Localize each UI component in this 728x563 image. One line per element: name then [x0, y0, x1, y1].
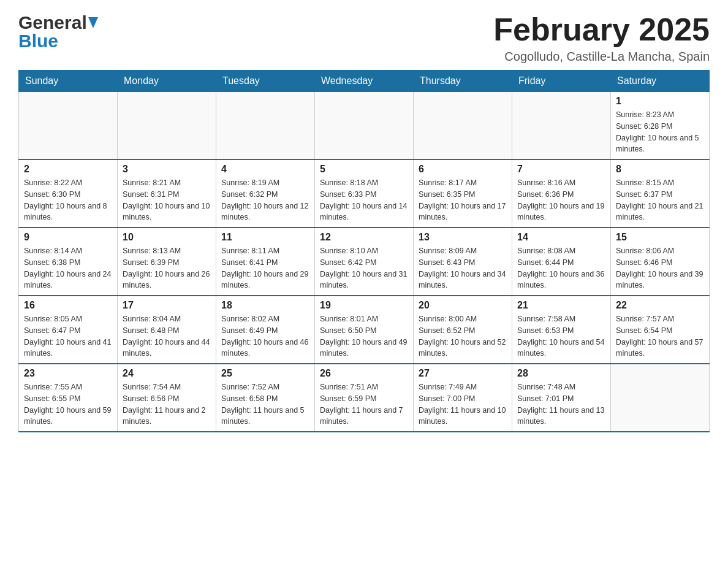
day-info: Sunrise: 8:15 AM Sunset: 6:37 PM Dayligh…: [616, 177, 704, 223]
day-number: 17: [123, 300, 211, 311]
day-number: 12: [320, 232, 408, 243]
day-info: Sunrise: 7:58 AM Sunset: 6:53 PM Dayligh…: [517, 313, 605, 359]
calendar-header: SundayMondayTuesdayWednesdayThursdayFrid…: [19, 71, 710, 92]
day-info: Sunrise: 8:05 AM Sunset: 6:47 PM Dayligh…: [24, 313, 112, 359]
day-number: 13: [419, 232, 507, 243]
day-number: 9: [24, 232, 112, 243]
calendar-cell: 27Sunrise: 7:49 AM Sunset: 7:00 PM Dayli…: [414, 364, 512, 432]
day-number: 23: [24, 368, 112, 379]
calendar-cell: 17Sunrise: 8:04 AM Sunset: 6:48 PM Dayli…: [118, 296, 216, 364]
page-header: General Blue February 2025 Cogolludo, Ca…: [18, 12, 710, 64]
day-number: 6: [419, 164, 507, 175]
header-row: SundayMondayTuesdayWednesdayThursdayFrid…: [19, 71, 710, 92]
day-info: Sunrise: 8:10 AM Sunset: 6:42 PM Dayligh…: [320, 245, 408, 291]
calendar-cell: 15Sunrise: 8:06 AM Sunset: 6:46 PM Dayli…: [611, 228, 710, 296]
column-header-saturday: Saturday: [611, 71, 710, 92]
day-number: 24: [123, 368, 211, 379]
calendar-cell: 28Sunrise: 7:48 AM Sunset: 7:01 PM Dayli…: [512, 364, 611, 432]
calendar-cell: 10Sunrise: 8:13 AM Sunset: 6:39 PM Dayli…: [118, 228, 216, 296]
calendar-cell: 19Sunrise: 8:01 AM Sunset: 6:50 PM Dayli…: [315, 296, 414, 364]
day-number: 19: [320, 300, 408, 311]
calendar-cell: 16Sunrise: 8:05 AM Sunset: 6:47 PM Dayli…: [19, 296, 118, 364]
column-header-monday: Monday: [118, 71, 216, 92]
calendar-cell: 18Sunrise: 8:02 AM Sunset: 6:49 PM Dayli…: [216, 296, 315, 364]
column-header-wednesday: Wednesday: [315, 71, 414, 92]
location-title: Cogolludo, Castille-La Mancha, Spain: [493, 50, 710, 64]
calendar-cell: [118, 92, 216, 160]
calendar-table: SundayMondayTuesdayWednesdayThursdayFrid…: [18, 70, 710, 432]
day-number: 4: [221, 164, 309, 175]
calendar-cell: 5Sunrise: 8:18 AM Sunset: 6:33 PM Daylig…: [315, 159, 414, 228]
calendar-cell: 26Sunrise: 7:51 AM Sunset: 6:59 PM Dayli…: [315, 364, 414, 432]
day-number: 27: [419, 368, 507, 379]
day-info: Sunrise: 8:08 AM Sunset: 6:44 PM Dayligh…: [517, 245, 605, 291]
calendar-cell: [512, 92, 611, 160]
day-info: Sunrise: 8:00 AM Sunset: 6:52 PM Dayligh…: [419, 313, 507, 359]
day-info: Sunrise: 7:57 AM Sunset: 6:54 PM Dayligh…: [616, 313, 704, 359]
day-info: Sunrise: 8:16 AM Sunset: 6:36 PM Dayligh…: [517, 177, 605, 223]
logo: General Blue: [18, 12, 98, 52]
day-info: Sunrise: 8:04 AM Sunset: 6:48 PM Dayligh…: [123, 313, 211, 359]
day-number: 2: [24, 164, 112, 175]
column-header-tuesday: Tuesday: [216, 71, 315, 92]
calendar-cell: 14Sunrise: 8:08 AM Sunset: 6:44 PM Dayli…: [512, 228, 611, 296]
week-row-2: 2Sunrise: 8:22 AM Sunset: 6:30 PM Daylig…: [19, 159, 710, 228]
day-number: 3: [123, 164, 211, 175]
logo-blue-text: Blue: [18, 31, 58, 52]
day-number: 28: [517, 368, 605, 379]
day-info: Sunrise: 7:48 AM Sunset: 7:01 PM Dayligh…: [517, 381, 605, 427]
day-info: Sunrise: 7:49 AM Sunset: 7:00 PM Dayligh…: [419, 381, 507, 427]
calendar-cell: 6Sunrise: 8:17 AM Sunset: 6:35 PM Daylig…: [414, 159, 512, 228]
calendar-cell: 24Sunrise: 7:54 AM Sunset: 6:56 PM Dayli…: [118, 364, 216, 432]
day-number: 26: [320, 368, 408, 379]
calendar-cell: 13Sunrise: 8:09 AM Sunset: 6:43 PM Dayli…: [414, 228, 512, 296]
calendar-cell: [414, 92, 512, 160]
calendar-cell: [19, 92, 118, 160]
column-header-sunday: Sunday: [19, 71, 118, 92]
logo-triangle-icon: [88, 17, 98, 31]
calendar-cell: 11Sunrise: 8:11 AM Sunset: 6:41 PM Dayli…: [216, 228, 315, 296]
calendar-cell: 12Sunrise: 8:10 AM Sunset: 6:42 PM Dayli…: [315, 228, 414, 296]
day-info: Sunrise: 8:14 AM Sunset: 6:38 PM Dayligh…: [24, 245, 112, 291]
title-block: February 2025 Cogolludo, Castille-La Man…: [493, 12, 710, 64]
day-info: Sunrise: 8:18 AM Sunset: 6:33 PM Dayligh…: [320, 177, 408, 223]
day-number: 21: [517, 300, 605, 311]
day-number: 1: [616, 96, 704, 107]
column-header-thursday: Thursday: [414, 71, 512, 92]
month-title: February 2025: [493, 12, 710, 47]
svg-marker-0: [88, 17, 98, 28]
calendar-cell: 7Sunrise: 8:16 AM Sunset: 6:36 PM Daylig…: [512, 159, 611, 228]
day-number: 16: [24, 300, 112, 311]
calendar-cell: 9Sunrise: 8:14 AM Sunset: 6:38 PM Daylig…: [19, 228, 118, 296]
day-info: Sunrise: 8:13 AM Sunset: 6:39 PM Dayligh…: [123, 245, 211, 291]
logo-general-text: General: [18, 12, 87, 33]
day-info: Sunrise: 8:09 AM Sunset: 6:43 PM Dayligh…: [419, 245, 507, 291]
day-number: 20: [419, 300, 507, 311]
day-number: 7: [517, 164, 605, 175]
day-info: Sunrise: 8:23 AM Sunset: 6:28 PM Dayligh…: [616, 109, 704, 155]
day-info: Sunrise: 7:52 AM Sunset: 6:58 PM Dayligh…: [221, 381, 309, 427]
calendar-cell: 4Sunrise: 8:19 AM Sunset: 6:32 PM Daylig…: [216, 159, 315, 228]
day-info: Sunrise: 7:54 AM Sunset: 6:56 PM Dayligh…: [123, 381, 211, 427]
week-row-3: 9Sunrise: 8:14 AM Sunset: 6:38 PM Daylig…: [19, 228, 710, 296]
day-number: 18: [221, 300, 309, 311]
day-info: Sunrise: 8:06 AM Sunset: 6:46 PM Dayligh…: [616, 245, 704, 291]
day-info: Sunrise: 8:22 AM Sunset: 6:30 PM Dayligh…: [24, 177, 112, 223]
day-number: 11: [221, 232, 309, 243]
calendar-cell: 1Sunrise: 8:23 AM Sunset: 6:28 PM Daylig…: [611, 92, 710, 160]
calendar-cell: 21Sunrise: 7:58 AM Sunset: 6:53 PM Dayli…: [512, 296, 611, 364]
calendar-cell: 23Sunrise: 7:55 AM Sunset: 6:55 PM Dayli…: [19, 364, 118, 432]
calendar-cell: [611, 364, 710, 432]
calendar-cell: 2Sunrise: 8:22 AM Sunset: 6:30 PM Daylig…: [19, 159, 118, 228]
day-number: 14: [517, 232, 605, 243]
calendar-cell: [315, 92, 414, 160]
week-row-5: 23Sunrise: 7:55 AM Sunset: 6:55 PM Dayli…: [19, 364, 710, 432]
day-number: 22: [616, 300, 704, 311]
calendar-body: 1Sunrise: 8:23 AM Sunset: 6:28 PM Daylig…: [19, 92, 710, 432]
column-header-friday: Friday: [512, 71, 611, 92]
day-number: 8: [616, 164, 704, 175]
calendar-cell: 20Sunrise: 8:00 AM Sunset: 6:52 PM Dayli…: [414, 296, 512, 364]
calendar-cell: 3Sunrise: 8:21 AM Sunset: 6:31 PM Daylig…: [118, 159, 216, 228]
day-info: Sunrise: 7:55 AM Sunset: 6:55 PM Dayligh…: [24, 381, 112, 427]
calendar-cell: [216, 92, 315, 160]
